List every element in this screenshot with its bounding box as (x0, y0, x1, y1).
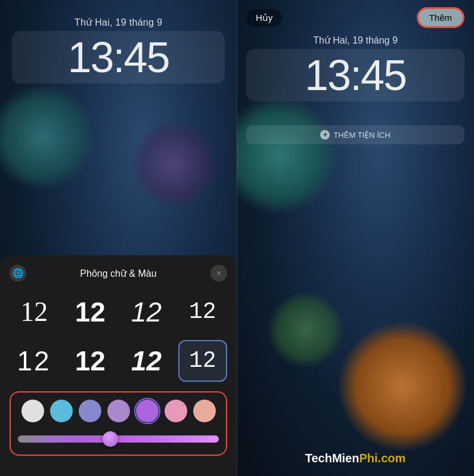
top-bar: Hủy Thêm (237, 0, 474, 35)
font-panel-title: Phông chữ & Màu (26, 268, 210, 279)
font-panel-header: 🌐 Phông chữ & Màu × (10, 265, 227, 282)
right-date: Thứ Hai, 19 tháng 9 (237, 35, 474, 46)
watermark: TechMienPhi.com (237, 452, 474, 465)
font-num-7: 12 (131, 347, 162, 375)
swatch-lavender[interactable] (79, 400, 101, 422)
color-swatches (18, 400, 219, 422)
orb-purple-left (129, 119, 219, 209)
watermark-com: .com (378, 452, 406, 465)
globe-icon[interactable]: 🌐 (10, 265, 26, 282)
font-num-5: 12 (17, 347, 51, 375)
font-item-6[interactable]: 12 (66, 340, 114, 382)
watermark-tech: Tech (305, 452, 332, 465)
add-widget-bar[interactable]: + THÊM TIỆN ÍCH (246, 125, 464, 144)
font-num-4: 12 (189, 301, 216, 323)
font-grid: 12 12 12 12 12 12 12 12 (10, 291, 227, 382)
font-num-8: 12 (189, 350, 216, 372)
watermark-mien: Mien (332, 452, 360, 465)
right-time-container: 13:45 (246, 49, 464, 101)
font-item-1[interactable]: 12 (10, 291, 58, 333)
color-slider-track (18, 435, 219, 443)
font-item-8[interactable]: 12 (178, 340, 227, 382)
swatch-white[interactable] (21, 400, 44, 422)
add-button[interactable]: Thêm (417, 7, 464, 28)
font-num-6: 12 (75, 347, 106, 375)
font-item-4[interactable]: 12 (178, 291, 227, 333)
font-item-5[interactable]: 12 (10, 340, 58, 382)
font-item-3[interactable]: 12 (122, 291, 171, 333)
left-date: Thứ Hai, 19 tháng 9 (0, 17, 237, 28)
left-time-container: 13:45 (12, 31, 225, 84)
close-button[interactable]: × (210, 265, 227, 282)
swatch-cyan[interactable] (50, 400, 73, 422)
orb-green-right (267, 291, 344, 369)
right-panel: Hủy Thêm Thứ Hai, 19 tháng 9 13:45 + THÊ… (237, 0, 474, 476)
swatch-purple-selected[interactable] (136, 400, 159, 422)
swatch-peach[interactable] (193, 400, 216, 422)
add-widget-label: THÊM TIỆN ÍCH (333, 131, 390, 140)
font-num-2: 12 (75, 298, 106, 326)
swatch-pink[interactable] (165, 400, 187, 422)
right-time: 13:45 (256, 54, 455, 97)
cancel-button[interactable]: Hủy (246, 9, 282, 27)
panel-separator (237, 0, 237, 476)
orb-orange-right (337, 321, 468, 452)
color-slider-thumb[interactable] (103, 431, 118, 447)
font-item-2[interactable]: 12 (66, 291, 114, 333)
color-section (10, 391, 227, 456)
left-panel: Thứ Hai, 19 tháng 9 13:45 🌐 Phông chữ & … (0, 0, 237, 476)
font-num-3: 12 (131, 298, 162, 326)
plus-icon: + (320, 130, 330, 140)
color-slider-container[interactable] (18, 431, 219, 447)
watermark-phi: Phi (359, 452, 377, 465)
font-num-1: 12 (20, 298, 48, 326)
font-item-7[interactable]: 12 (122, 340, 171, 382)
left-time: 13:45 (21, 36, 215, 79)
font-color-panel: 🌐 Phông chữ & Màu × 12 12 12 12 12 12 12… (0, 255, 237, 476)
swatch-purple-light[interactable] (107, 400, 130, 422)
